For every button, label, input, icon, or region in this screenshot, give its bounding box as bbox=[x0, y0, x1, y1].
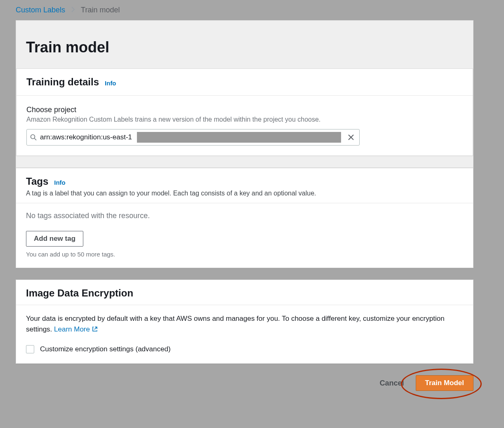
panel-encryption: Image Data Encryption Your data is encry… bbox=[16, 280, 473, 364]
encryption-description: Your data is encrypted by default with a… bbox=[26, 313, 463, 335]
choose-project-label: Choose project bbox=[26, 106, 463, 114]
svg-line-1 bbox=[35, 139, 37, 141]
tags-remaining-hint: You can add up to 50 more tags. bbox=[26, 251, 463, 258]
train-model-button[interactable]: Train Model bbox=[416, 375, 473, 391]
form-actions: Cancel Train Model bbox=[16, 375, 473, 391]
training-details-title: Training details bbox=[26, 76, 99, 88]
breadcrumb-link-parent[interactable]: Custom Labels bbox=[16, 6, 65, 14]
search-icon bbox=[30, 134, 37, 141]
choose-project-value: arn:aws:rekognition:us-east-1 bbox=[40, 133, 132, 141]
tags-description: A tag is a label that you can assign to … bbox=[26, 190, 463, 197]
learn-more-link[interactable]: Learn More bbox=[54, 325, 98, 333]
close-icon bbox=[348, 134, 354, 141]
panel-training-details: Training details Info Choose project Ama… bbox=[16, 68, 473, 156]
tags-title: Tags bbox=[26, 176, 48, 187]
customize-encryption-label: Customize encryption settings (advanced) bbox=[40, 345, 171, 353]
choose-project-hint: Amazon Rekognition Custom Labels trains … bbox=[26, 116, 463, 123]
info-link-tags[interactable]: Info bbox=[54, 179, 66, 186]
tags-empty-message: No tags associated with the resource. bbox=[26, 212, 463, 220]
redacted-value bbox=[137, 132, 341, 143]
panel-tags: Tags Info A tag is a label that you can … bbox=[16, 168, 473, 268]
clear-input-button[interactable] bbox=[346, 132, 356, 142]
breadcrumb: Custom Labels Train model bbox=[0, 0, 504, 20]
svg-line-4 bbox=[94, 327, 97, 329]
page-title: Train model bbox=[26, 39, 473, 56]
encryption-title: Image Data Encryption bbox=[26, 287, 133, 299]
customize-encryption-checkbox[interactable] bbox=[26, 345, 34, 353]
chevron-right-icon bbox=[71, 6, 75, 14]
svg-point-0 bbox=[31, 135, 35, 139]
choose-project-input[interactable]: arn:aws:rekognition:us-east-1 bbox=[26, 129, 360, 146]
external-link-icon bbox=[92, 325, 98, 336]
info-link-training[interactable]: Info bbox=[105, 80, 116, 87]
cancel-button[interactable]: Cancel bbox=[377, 376, 407, 391]
customize-encryption-row[interactable]: Customize encryption settings (advanced) bbox=[26, 345, 463, 353]
add-new-tag-button[interactable]: Add new tag bbox=[26, 231, 83, 247]
breadcrumb-current: Train model bbox=[81, 6, 120, 14]
